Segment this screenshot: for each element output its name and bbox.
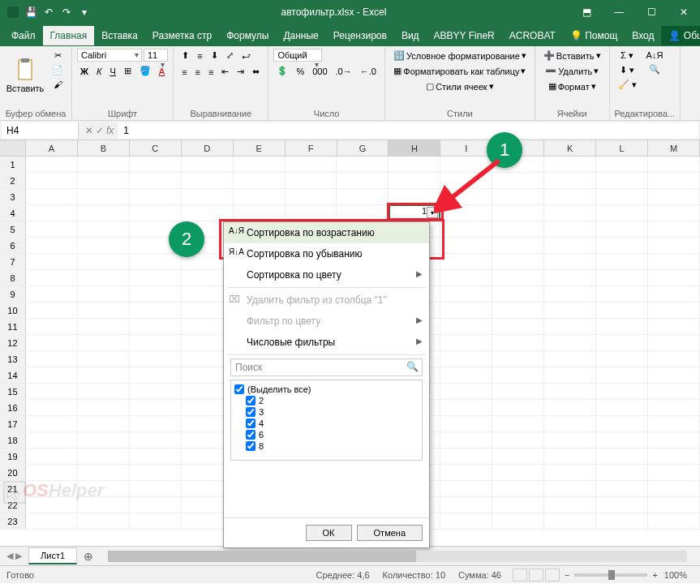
cell[interactable] bbox=[492, 238, 544, 253]
row-header[interactable]: 13 bbox=[0, 351, 26, 367]
cell[interactable] bbox=[26, 384, 78, 399]
page-break-view-button[interactable] bbox=[545, 569, 560, 582]
tab-layout[interactable]: Разметка стр bbox=[145, 26, 219, 45]
cell[interactable] bbox=[26, 432, 78, 448]
cell[interactable] bbox=[130, 400, 182, 415]
cell[interactable] bbox=[78, 465, 130, 480]
row-header[interactable]: 12 bbox=[0, 335, 26, 350]
cell[interactable] bbox=[26, 157, 78, 172]
table-format-button[interactable]: ▦ Форматировать как таблицу ▾ bbox=[390, 64, 530, 78]
col-header[interactable]: G bbox=[337, 140, 389, 156]
cell[interactable] bbox=[26, 319, 78, 334]
scrollbar-thumb[interactable] bbox=[108, 551, 416, 562]
zoom-thumb[interactable] bbox=[608, 570, 615, 580]
cell[interactable] bbox=[440, 367, 492, 383]
cell[interactable] bbox=[440, 270, 492, 285]
row-header[interactable]: 8 bbox=[0, 270, 26, 285]
cell[interactable] bbox=[492, 351, 544, 367]
row-header[interactable]: 1 bbox=[0, 157, 26, 172]
font-size-select[interactable]: 11 bbox=[144, 49, 168, 62]
ribbon-options-icon[interactable]: ⬒ bbox=[570, 0, 603, 24]
cell[interactable] bbox=[492, 335, 544, 350]
cell[interactable] bbox=[26, 449, 78, 464]
cell[interactable] bbox=[78, 189, 130, 204]
cell[interactable] bbox=[440, 465, 492, 480]
cell[interactable] bbox=[544, 221, 596, 237]
cell[interactable] bbox=[648, 173, 700, 188]
cell[interactable] bbox=[648, 416, 700, 431]
cell[interactable] bbox=[130, 173, 182, 188]
cell[interactable] bbox=[130, 497, 182, 513]
filter-check-item[interactable]: 8 bbox=[246, 440, 419, 452]
cell[interactable] bbox=[648, 270, 700, 285]
fill-color-button[interactable]: 🪣 bbox=[136, 64, 154, 78]
cell[interactable] bbox=[596, 189, 648, 204]
cell[interactable] bbox=[337, 157, 389, 172]
minimize-icon[interactable]: — bbox=[603, 0, 635, 24]
cell[interactable] bbox=[26, 513, 78, 529]
cell[interactable] bbox=[492, 513, 544, 529]
cell[interactable] bbox=[26, 270, 78, 285]
cell[interactable] bbox=[26, 238, 78, 253]
format-painter-button[interactable]: 🖌 bbox=[49, 78, 67, 91]
cell[interactable] bbox=[130, 384, 182, 399]
cell[interactable] bbox=[26, 286, 78, 302]
cell[interactable] bbox=[648, 189, 700, 204]
row-header[interactable]: 11 bbox=[0, 319, 26, 334]
cell[interactable] bbox=[130, 254, 182, 269]
cell[interactable] bbox=[130, 303, 182, 318]
cell[interactable] bbox=[544, 400, 596, 415]
col-header[interactable]: C bbox=[130, 140, 182, 156]
cell[interactable] bbox=[648, 286, 700, 302]
cell[interactable] bbox=[596, 384, 648, 399]
cell[interactable] bbox=[596, 335, 648, 350]
row-header[interactable]: 4 bbox=[0, 205, 26, 221]
cell[interactable] bbox=[389, 173, 440, 188]
format-cells-button[interactable]: ▦ Формат ▾ bbox=[540, 79, 604, 93]
row-header[interactable]: 15 bbox=[0, 384, 26, 399]
number-format-select[interactable]: Общий bbox=[273, 49, 322, 62]
cell[interactable] bbox=[130, 319, 182, 334]
cell[interactable] bbox=[544, 432, 596, 448]
cell[interactable] bbox=[596, 465, 648, 480]
align-left-button[interactable]: ≡ bbox=[178, 66, 190, 79]
cell[interactable] bbox=[648, 449, 700, 464]
row-header[interactable]: 20 bbox=[0, 465, 26, 480]
cell[interactable] bbox=[26, 465, 78, 480]
cell[interactable] bbox=[26, 367, 78, 383]
autosum-button[interactable]: Σ ▾ bbox=[615, 49, 640, 62]
cell[interactable] bbox=[130, 205, 182, 221]
sort-filter-button[interactable]: А↓Я bbox=[643, 49, 667, 62]
cell[interactable] bbox=[492, 416, 544, 431]
cell[interactable] bbox=[234, 189, 286, 204]
cell[interactable] bbox=[596, 497, 648, 513]
cell[interactable] bbox=[544, 254, 596, 269]
cell[interactable] bbox=[596, 270, 648, 285]
filter-check-item[interactable]: 4 bbox=[246, 418, 419, 429]
cell[interactable] bbox=[648, 303, 700, 318]
cell[interactable] bbox=[182, 173, 234, 188]
align-right-button[interactable]: ≡ bbox=[205, 66, 217, 79]
cell[interactable] bbox=[544, 286, 596, 302]
cell[interactable] bbox=[492, 303, 544, 318]
cell[interactable] bbox=[78, 221, 130, 237]
copy-button[interactable]: 📄 bbox=[49, 63, 67, 77]
cell[interactable] bbox=[544, 319, 596, 334]
cell[interactable] bbox=[286, 173, 337, 188]
filter-values-list[interactable]: (Выделить все) 2 3 4 6 8 bbox=[230, 380, 423, 461]
cell[interactable] bbox=[596, 303, 648, 318]
cell[interactable] bbox=[544, 303, 596, 318]
cell[interactable] bbox=[78, 416, 130, 431]
cell[interactable] bbox=[78, 384, 130, 399]
name-box[interactable]: H4 bbox=[2, 122, 79, 139]
tab-review[interactable]: Рецензиров bbox=[326, 26, 394, 45]
cell[interactable] bbox=[648, 400, 700, 415]
zoom-level[interactable]: 100% bbox=[658, 570, 694, 580]
cell[interactable] bbox=[440, 449, 492, 464]
cell[interactable] bbox=[544, 367, 596, 383]
cancel-formula-icon[interactable]: ✕ bbox=[85, 125, 93, 136]
cell[interactable] bbox=[182, 189, 234, 204]
tab-insert[interactable]: Вставка bbox=[94, 26, 145, 45]
paste-button[interactable]: Вставить bbox=[5, 49, 45, 102]
cell[interactable] bbox=[544, 173, 596, 188]
